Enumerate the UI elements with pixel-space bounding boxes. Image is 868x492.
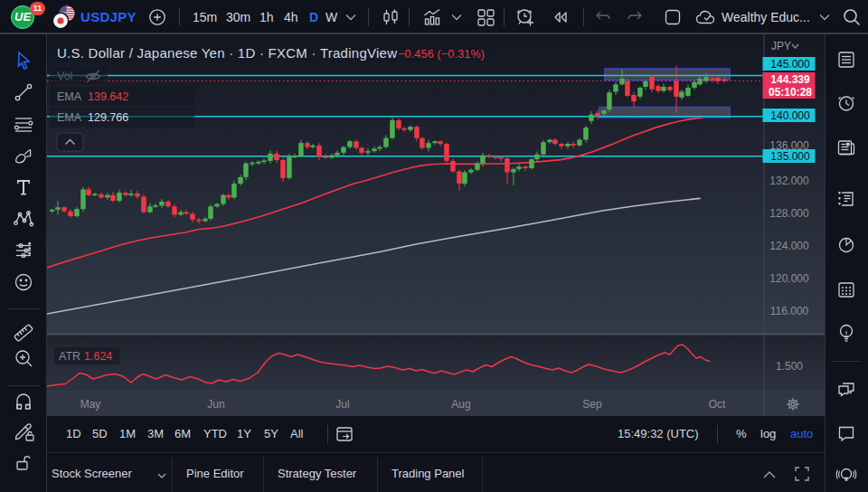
svg-text:139.642: 139.642 xyxy=(88,90,128,103)
svg-text:U.S. Dollar / Japanese Yen · 1: U.S. Dollar / Japanese Yen · 1D · FXCM ·… xyxy=(57,45,397,61)
svg-text:124.000: 124.000 xyxy=(769,240,809,252)
svg-text:−0.456 (−0.31%): −0.456 (−0.31%) xyxy=(398,48,485,61)
svg-text:128.000: 128.000 xyxy=(769,207,809,220)
svg-text:Sep: Sep xyxy=(582,398,602,411)
svg-text:EMA: EMA xyxy=(57,90,82,103)
svg-text:EMA: EMA xyxy=(57,111,82,124)
svg-text:Jul: Jul xyxy=(335,398,349,411)
svg-text:1.500: 1.500 xyxy=(776,360,803,373)
svg-text:129.766: 129.766 xyxy=(88,111,128,124)
svg-text:140.000: 140.000 xyxy=(770,109,810,122)
svg-text:132.000: 132.000 xyxy=(769,175,809,187)
svg-text:144.339: 144.339 xyxy=(770,73,810,86)
svg-text:Aug: Aug xyxy=(451,398,470,411)
svg-text:135.000: 135.000 xyxy=(770,150,810,163)
svg-text:120.000: 120.000 xyxy=(769,272,809,285)
svg-text:Vol: Vol xyxy=(57,70,72,82)
svg-text:05:10:28: 05:10:28 xyxy=(769,86,812,99)
svg-text:ATR: ATR xyxy=(59,350,80,363)
svg-text:145.000: 145.000 xyxy=(770,58,810,71)
svg-text:Jun: Jun xyxy=(207,398,224,411)
svg-text:1.624: 1.624 xyxy=(84,350,112,363)
svg-text:May: May xyxy=(80,398,101,411)
svg-text:Oct: Oct xyxy=(709,398,726,411)
svg-text:116.000: 116.000 xyxy=(770,305,809,317)
svg-text:JPY: JPY xyxy=(771,40,791,52)
